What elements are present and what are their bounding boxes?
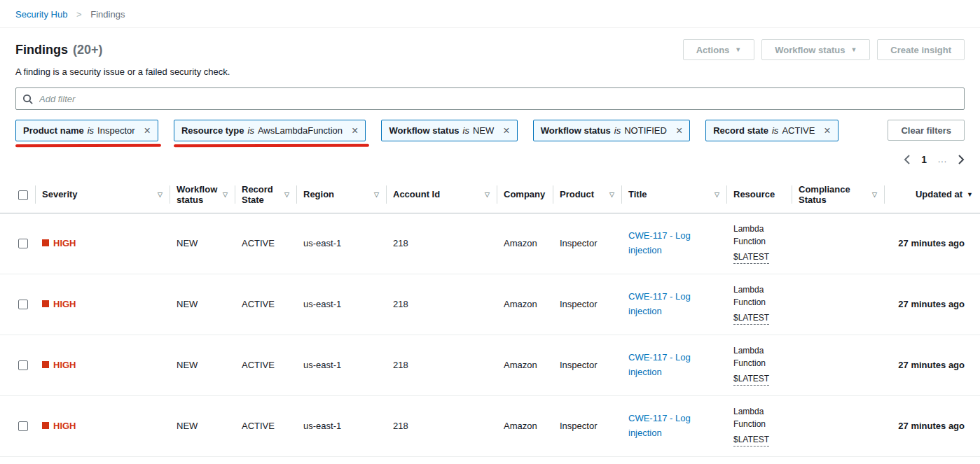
row-checkbox[interactable]: [18, 239, 28, 248]
resource-name[interactable]: $LATEST: [733, 311, 769, 325]
workflow-status-button[interactable]: Workflow status ▼: [761, 39, 870, 60]
filter-chip-field: Record state: [713, 125, 768, 136]
column-header-title[interactable]: Title▽: [621, 176, 726, 213]
row-checkbox[interactable]: [18, 300, 28, 309]
severity-label: HIGH: [53, 360, 76, 370]
filter-chip-operator: is: [614, 125, 621, 136]
region-cell: us-east-1: [296, 274, 386, 335]
filter-chip-value: AwsLambdaFunction: [258, 125, 343, 136]
column-header-product[interactable]: Product▽: [553, 176, 621, 213]
resource-type: Lambda Function: [733, 344, 785, 370]
column-label: Company: [504, 189, 545, 199]
compliance-status-cell: [792, 213, 884, 274]
add-filter-input[interactable]: [38, 93, 958, 105]
sort-icon[interactable]: ▽: [715, 191, 719, 198]
updated-at-cell: 27 minutes ago: [884, 335, 980, 395]
sort-icon[interactable]: ▽: [284, 191, 289, 198]
header-actions: Actions ▼ Workflow status ▼ Create insig…: [683, 39, 965, 60]
pagination: 1 ...: [15, 151, 965, 168]
pagination-next-icon[interactable]: [958, 155, 965, 164]
compliance-status-cell: [792, 395, 884, 456]
pagination-prev-icon[interactable]: [904, 155, 910, 164]
workflow-status-cell: NEW: [170, 335, 235, 395]
pagination-page-1[interactable]: 1: [921, 154, 927, 165]
sort-icon[interactable]: ▽: [485, 191, 490, 198]
filter-chip: Product name is Inspector ×: [15, 120, 158, 141]
finding-title-link[interactable]: CWE-117 - Log injection: [628, 290, 719, 319]
column-header-region[interactable]: Region▽: [296, 176, 386, 213]
sort-icon[interactable]: ▽: [158, 191, 163, 198]
severity-label: HIGH: [53, 238, 76, 248]
filter-chips: Product name is Inspector × Resource typ…: [15, 120, 874, 141]
resource-cell: Lambda Function $LATEST: [726, 274, 792, 335]
row-checkbox[interactable]: [18, 421, 28, 431]
column-label: Account Id: [393, 189, 440, 199]
column-header-updated-at[interactable]: Updated at▼: [884, 176, 980, 213]
workflow-status-cell: NEW: [170, 395, 235, 456]
finding-title-link[interactable]: CWE-117 - Log injection: [628, 351, 719, 380]
remove-filter-icon[interactable]: ×: [824, 127, 830, 135]
resource-name[interactable]: $LATEST: [733, 433, 769, 447]
filter-chip-field: Workflow status: [541, 125, 611, 136]
filter-chip-value: ACTIVE: [782, 125, 815, 136]
resource-cell: Lambda Function $LATEST: [726, 213, 792, 274]
finding-row: HIGH NEW ACTIVE us-east-1 218 Amazon Ins…: [0, 335, 980, 395]
remove-filter-icon[interactable]: ×: [503, 127, 509, 135]
column-header-severity[interactable]: Severity▽: [35, 176, 170, 213]
resource-name[interactable]: $LATEST: [733, 372, 769, 386]
sort-icon[interactable]: ▽: [872, 191, 877, 198]
company-cell: Amazon: [497, 395, 553, 456]
filter-chip: Workflow status is NOTIFIED ×: [533, 120, 691, 141]
finding-title-link[interactable]: CWE-117 - Log injection: [628, 229, 719, 258]
clear-filters-button[interactable]: Clear filters: [888, 120, 965, 141]
resource-type: Lambda Function: [733, 223, 785, 248]
severity-high-icon: [42, 361, 49, 368]
breadcrumb-link-security-hub[interactable]: Security Hub: [15, 9, 67, 20]
table-header-row: Severity▽ Workflow status▽ Record State▽…: [0, 176, 980, 213]
finding-row: HIGH NEW ACTIVE us-east-1 218 Amazon Ins…: [0, 274, 980, 335]
filter-chip-operator: is: [772, 125, 778, 136]
filter-chip-value: Inspector: [97, 125, 134, 136]
column-header-workflow-status[interactable]: Workflow status▽: [170, 176, 235, 213]
account-id-cell: 218: [386, 335, 497, 395]
severity-cell: HIGH: [35, 395, 170, 456]
row-checkbox[interactable]: [18, 360, 28, 370]
select-all-header-cell: [0, 176, 35, 213]
company-cell: Amazon: [497, 213, 553, 274]
actions-button[interactable]: Actions ▼: [683, 39, 755, 60]
column-header-account-id[interactable]: Account Id▽: [386, 176, 497, 213]
sort-descending-icon[interactable]: ▼: [967, 191, 973, 198]
compliance-status-cell: [792, 274, 884, 335]
filter-chips-row: Product name is Inspector × Resource typ…: [15, 120, 965, 141]
account-id-cell: 218: [386, 213, 497, 274]
sort-icon[interactable]: ▽: [609, 191, 614, 198]
column-label: Title: [628, 189, 647, 199]
product-cell: Inspector: [553, 335, 621, 395]
select-all-checkbox[interactable]: [18, 190, 28, 200]
remove-filter-icon[interactable]: ×: [676, 127, 682, 135]
breadcrumb: Security Hub > Findings: [0, 0, 980, 28]
create-insight-button[interactable]: Create insight: [877, 39, 965, 60]
filter-search-box[interactable]: [15, 87, 965, 110]
sort-icon[interactable]: ▽: [374, 191, 379, 198]
updated-at-cell: 27 minutes ago: [884, 395, 980, 456]
column-header-compliance-status[interactable]: Compliance Status▽: [792, 176, 884, 213]
product-cell: Inspector: [553, 274, 621, 335]
title-cell: CWE-117 - Log injection: [621, 335, 726, 395]
remove-filter-icon[interactable]: ×: [352, 127, 358, 135]
severity-label: HIGH: [53, 421, 76, 431]
remove-filter-icon[interactable]: ×: [144, 127, 151, 135]
resource-name[interactable]: $LATEST: [733, 251, 769, 265]
title-cell: CWE-117 - Log injection: [621, 395, 726, 456]
finding-title-link[interactable]: CWE-117 - Log injection: [628, 412, 719, 441]
sort-icon[interactable]: ▽: [223, 191, 228, 198]
column-header-record-state[interactable]: Record State▽: [235, 176, 296, 213]
breadcrumb-separator-icon: >: [76, 9, 82, 20]
resource-type: Lambda Function: [733, 283, 785, 309]
column-header-resource: Resource: [726, 176, 792, 213]
filter-chip-field: Resource type: [181, 125, 244, 136]
resource-type: Lambda Function: [733, 405, 785, 431]
filter-chip-operator: is: [88, 125, 94, 136]
product-cell: Inspector: [553, 395, 621, 456]
title-cell: CWE-117 - Log injection: [621, 274, 726, 335]
